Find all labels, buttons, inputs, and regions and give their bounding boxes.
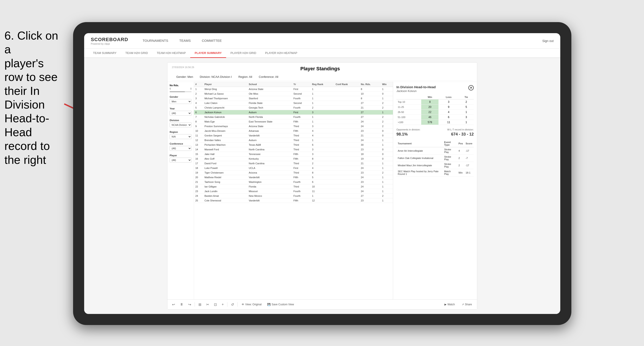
table-row[interactable]: 15 Jake Hall Tennessee Fifth 3 18 0: [194, 152, 393, 157]
cell-player: Jack Lundin: [203, 189, 247, 194]
table-header-row: # Player School Yr Reg Rank Conf Rank No…: [194, 82, 393, 87]
h2h-cell-range: 51-100: [396, 115, 421, 120]
range-slider[interactable]: [170, 91, 192, 92]
cell-win: 1: [381, 180, 393, 184]
cell-school: Texas A&M: [247, 143, 292, 147]
cell-yr: Third: [292, 143, 311, 147]
table-row[interactable]: 4 Luke Claton Florida State Second 1 27 …: [194, 101, 393, 105]
cell-school: Stanford: [247, 96, 292, 101]
table-row[interactable]: 5 Christo Lamprecht Georgia Tech Fourth …: [194, 105, 393, 110]
nav-item-committee[interactable]: COMMITTEE: [196, 33, 227, 49]
table-row[interactable]: 2 Michael La Sasso Ole Miss Second 1 10 …: [194, 92, 393, 96]
table-row[interactable]: 3 Michael Thorbjornsen Stanford Fourth 1…: [194, 96, 393, 101]
undo-button[interactable]: ↩: [171, 302, 176, 308]
cell-conf: [334, 101, 360, 105]
redo-button[interactable]: ↪: [187, 302, 192, 308]
cell-player: Michael La Sasso: [203, 92, 247, 96]
cell-conf: [334, 194, 360, 198]
nav-item-tournaments[interactable]: TOURNAMENTS: [137, 33, 174, 49]
pause-button[interactable]: ⏸: [178, 302, 185, 307]
paste-button[interactable]: ⊡: [212, 302, 218, 308]
cell-win: 0: [381, 147, 393, 152]
view-original-button[interactable]: 👁 View: Original: [240, 302, 263, 307]
cell-reg: 6: [311, 143, 334, 147]
table-row[interactable]: 23 Jack Lundin Missouri Fourth 11 24 1: [194, 189, 393, 194]
watch-button[interactable]: ▶ Watch: [443, 302, 457, 307]
table-row[interactable]: 18 Luke Powell UCLA First 4 24 1: [194, 166, 393, 171]
cell-rds: 24: [360, 166, 381, 171]
table-row[interactable]: 16 Alex Goff Kentucky Fifth 8 19 0: [194, 157, 393, 161]
cell-school: Arkansas: [247, 129, 292, 133]
table-row[interactable]: 6 Jackson Koivun Auburn First 3 27 1: [194, 110, 393, 115]
opponents-row: Opponents in division: W-L-T record in-d…: [396, 128, 474, 131]
cell-rds: 19: [360, 157, 381, 161]
cut-button[interactable]: ✂: [205, 302, 210, 308]
table-row[interactable]: 1 Wenyi Ding Arizona State First 1 8 1: [194, 87, 393, 92]
table-row[interactable]: 12 Brendan Valles Auburn Third 1 24 1: [194, 138, 393, 143]
table-row[interactable]: 24 Bastien Amat New Mexico Fourth 1 27 2: [194, 194, 393, 198]
table-row[interactable]: 13 Pichacken Maichon Texas A&M Third 6 3…: [194, 143, 393, 147]
year-select[interactable]: (All): [170, 111, 192, 116]
cell-conf: [334, 92, 360, 96]
cell-yr: Third: [292, 133, 311, 138]
tab-player-summary[interactable]: PLAYER SUMMARY: [190, 49, 226, 58]
table-row[interactable]: 22 Ian Gilligan Florida Third 10 24 1: [194, 184, 393, 189]
cell-reg: 4: [311, 129, 334, 133]
table-row[interactable]: 8 Mats Ege East Tennessee State Fifth 1 …: [194, 119, 393, 124]
tourney-cell-pos: 2: [457, 155, 464, 162]
cell-rds: 23: [360, 171, 381, 175]
tourney-cell-name: Fallon Oak Collegiate Invitational: [396, 155, 443, 162]
gender-select[interactable]: Men: [170, 99, 192, 104]
refresh-button[interactable]: ↺: [230, 302, 235, 308]
table-row[interactable]: 7 Nicholas Gabrelcik North Florida Fourt…: [194, 115, 393, 119]
copy-button[interactable]: ⊞: [197, 302, 203, 308]
cell-win: 1: [381, 138, 393, 143]
h2h-cell-tie: 3: [459, 115, 474, 120]
cell-reg: 1: [311, 138, 334, 143]
region-filter-label: Region: [170, 131, 192, 133]
table-row[interactable]: 9 Preston Summerhays Arizona State Third…: [194, 124, 393, 129]
cell-num: 13: [194, 143, 203, 147]
tab-team-summary[interactable]: TEAM SUMMARY: [88, 49, 121, 58]
cell-reg: 1: [311, 92, 334, 96]
division-select[interactable]: NCAA Division I: [170, 123, 192, 127]
cell-win: 2: [381, 171, 393, 175]
close-button[interactable]: ✕: [468, 85, 474, 90]
save-custom-view-button[interactable]: 💾 Save Custom View: [266, 302, 296, 307]
page-title: Player Standings: [194, 66, 446, 72]
add-button[interactable]: +: [220, 302, 225, 307]
share-button[interactable]: ↗ Share: [460, 302, 474, 307]
conference-select[interactable]: (All): [170, 146, 192, 151]
h2h-cell-loss: 6: [438, 115, 459, 120]
table-row[interactable]: 25 Cole Sherwood Vanderbilt Fifth 12 23 …: [194, 198, 393, 203]
cell-win: 1: [381, 161, 393, 166]
table-row[interactable]: 11 Gordon Sargent Vanderbilt Third 4 21 …: [194, 133, 393, 138]
cell-player: Nicholas Gabrelcik: [203, 115, 247, 119]
player-select[interactable]: (All): [170, 158, 192, 163]
h2h-cell-range: >100: [396, 120, 421, 125]
cell-rds: 23: [360, 180, 381, 184]
nav-item-teams[interactable]: TEAMS: [174, 33, 196, 49]
table-row[interactable]: 17 David Ford North Carolina Third 2 21 …: [194, 161, 393, 166]
conference-filter-label: Conference: [170, 142, 192, 145]
cell-num: 3: [194, 96, 203, 101]
table-row[interactable]: 19 Tiger Christensen Arizona Third 8 23 …: [194, 171, 393, 175]
tourney-cell-type: Stroke Play: [443, 147, 457, 155]
tourney-cell-type: Stroke Play: [443, 155, 457, 162]
region-select[interactable]: N/A: [170, 134, 192, 139]
record-wlt: 674 - 33 - 12: [451, 132, 474, 137]
sign-out-button[interactable]: Sign out: [542, 39, 554, 43]
tab-player-h2h-heatmap[interactable]: PLAYER H2H HEATMAP: [261, 49, 302, 58]
tourney-col-type: Event Type: [443, 140, 457, 147]
cell-player: Preston Summerhays: [203, 124, 247, 129]
cell-yr: Fifth: [292, 198, 311, 203]
tab-team-h2h-grid[interactable]: TEAM H2H GRID: [121, 49, 152, 58]
table-row[interactable]: 21 Taehoon Song Washington Fourth 6 23 1: [194, 180, 393, 184]
tab-team-h2h-heatmap[interactable]: TEAM H2H HEATMAP: [152, 49, 190, 58]
cell-school: Arizona: [247, 171, 292, 175]
cell-rds: 8: [360, 87, 381, 92]
table-row[interactable]: 20 Matthew Riedel Vanderbilt Fifth 5 24 …: [194, 175, 393, 180]
tab-player-h2h-grid[interactable]: PLAYER H2H GRID: [226, 49, 261, 58]
table-row[interactable]: 14 Maxwell Ford North Carolina Third 3 2…: [194, 147, 393, 152]
table-row[interactable]: 10 Jacob Mou-Dessen Arkansas Fifth 4 23 …: [194, 129, 393, 133]
